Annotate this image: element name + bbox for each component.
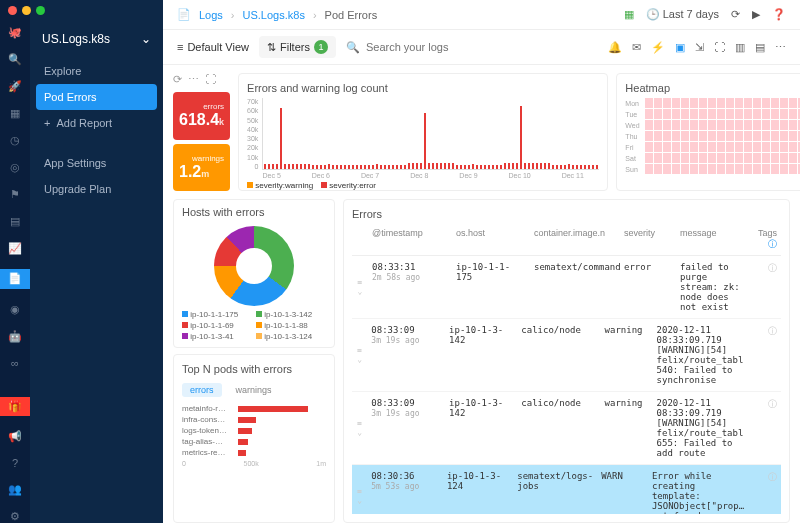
more-icon[interactable]: ⋯ [188, 73, 199, 86]
announce-icon[interactable]: 📢 [8, 430, 22, 443]
heatmap: Heatmap MonTueWedThuFriSatSun [616, 73, 800, 191]
table-row[interactable]: ≡⌄08:33:093m 19s agoip-10-1-3-142calico/… [352, 392, 781, 465]
top-pods: Top N pods with errors errors warnings m… [173, 354, 335, 523]
reload-icon[interactable]: ⟳ [173, 73, 182, 86]
flag-icon[interactable]: ⚑ [8, 188, 22, 201]
doc-icon[interactable]: 📄 [0, 269, 30, 289]
breadcrumb-app[interactable]: US.Logs.k8s [243, 9, 305, 21]
view-selector[interactable]: ≡ Default View [177, 41, 249, 53]
fullscreen-icon[interactable]: ⛶ [205, 73, 216, 86]
share-icon[interactable]: ⇲ [695, 41, 704, 54]
robot-icon[interactable]: 🤖 [8, 330, 22, 343]
sidebar-item-app-settings[interactable]: App Settings [30, 150, 163, 176]
sidebar-item-pod-errors[interactable]: Pod Errors [36, 84, 157, 110]
breadcrumb-current: Pod Errors [325, 9, 378, 21]
metric-warnings: warnings 1.2m [173, 144, 230, 192]
hosts-with-errors: Hosts with errors ip-10-1-1-175 ip-10-1-… [173, 199, 335, 348]
drag-icon[interactable]: ≡⌄ [352, 398, 367, 458]
sidebar-item-upgrade[interactable]: Upgrade Plan [30, 176, 163, 202]
drag-icon[interactable]: ≡⌄ [352, 325, 367, 385]
help-icon[interactable]: ❓ [772, 8, 786, 21]
cube-icon[interactable]: ▣ [675, 41, 685, 54]
file-icon: 📄 [177, 8, 191, 21]
mail-icon[interactable]: ✉ [632, 41, 641, 54]
users-icon[interactable]: 👥 [8, 483, 22, 496]
search-icon[interactable]: 🔍 [8, 53, 22, 66]
chart-icon[interactable]: 📈 [8, 242, 22, 255]
tab-errors[interactable]: errors [182, 383, 222, 397]
table-row[interactable]: ≡⌄08:33:312m 58s agoip-10-1-1-175sematex… [352, 256, 781, 319]
logo-icon[interactable]: 🐙 [8, 26, 22, 39]
link-icon[interactable]: ∞ [8, 357, 22, 369]
bolt-icon[interactable]: ⚡ [651, 41, 665, 54]
table-row[interactable]: ≡⌄08:33:093m 19s agoip-10-1-3-142calico/… [352, 319, 781, 392]
sidebar-item-add-report[interactable]: +Add Report [30, 110, 163, 136]
table-row[interactable]: ≡⌄08:30:365m 53s agoip-10-1-3-124sematex… [352, 465, 781, 514]
person-icon[interactable]: ◉ [8, 303, 22, 316]
gift-icon[interactable]: 🎁 [0, 397, 30, 417]
settings-icon[interactable]: ⚙ [8, 510, 22, 523]
radio-icon[interactable]: ◎ [8, 161, 22, 174]
more-icon[interactable]: ⋯ [775, 41, 786, 54]
help-icon[interactable]: ? [8, 457, 22, 469]
sidebar: US.Logs.k8s ⌄ Explore Pod Errors +Add Re… [30, 0, 163, 523]
toolbar: ≡ Default View ⇅ Filters 1 🔍 🔔 ✉ ⚡ ▣ ⇲ ⛶… [163, 30, 800, 65]
panel-icon[interactable]: ▤ [755, 41, 765, 54]
gauge-icon[interactable]: ◷ [8, 134, 22, 147]
refresh-icon[interactable]: ⟳ [731, 8, 740, 21]
table-header: @timestamp os.host container.image.n sev… [352, 224, 781, 256]
context-switcher[interactable]: US.Logs.k8s ⌄ [30, 26, 163, 58]
context-title: US.Logs.k8s [42, 32, 110, 46]
sidebar-item-explore[interactable]: Explore [30, 58, 163, 84]
search-input[interactable]: 🔍 [346, 41, 598, 54]
play-icon[interactable]: ▶ [752, 8, 760, 21]
breadcrumb-logs[interactable]: Logs [199, 9, 223, 21]
drag-icon[interactable]: ≡⌄ [352, 262, 368, 312]
filters-button[interactable]: ⇅ Filters 1 [259, 36, 336, 58]
metric-errors: errors 618.4k [173, 92, 230, 140]
tab-warnings[interactable]: warnings [228, 383, 280, 397]
topbar: 📄 Logs › US.Logs.k8s › Pod Errors ▦ 🕒 La… [163, 0, 800, 30]
grid-icon[interactable]: ▦ [624, 8, 634, 21]
apps-icon[interactable]: ▦ [8, 107, 22, 120]
rocket-icon[interactable]: 🚀 [8, 80, 22, 93]
layout-icon[interactable]: ▥ [735, 41, 745, 54]
expand-icon[interactable]: ⛶ [714, 41, 725, 54]
chevron-down-icon: ⌄ [141, 32, 151, 46]
nav-rail: 🐙 🔍 🚀 ▦ ◷ ◎ ⚑ ▤ 📈 📄 ◉ 🤖 ∞ 🎁 📢 ? 👥 ⚙ [0, 0, 30, 523]
box-icon[interactable]: ▤ [8, 215, 22, 228]
bell-icon[interactable]: 🔔 [608, 41, 622, 54]
time-range[interactable]: 🕒 Last 7 days [646, 8, 719, 21]
errors-panel: Errors @timestamp os.host container.imag… [343, 199, 790, 523]
chart-errors-warnings: Errors and warning log count 70k60k50k40… [238, 73, 608, 191]
drag-icon[interactable]: ≡⌄ [352, 471, 367, 514]
